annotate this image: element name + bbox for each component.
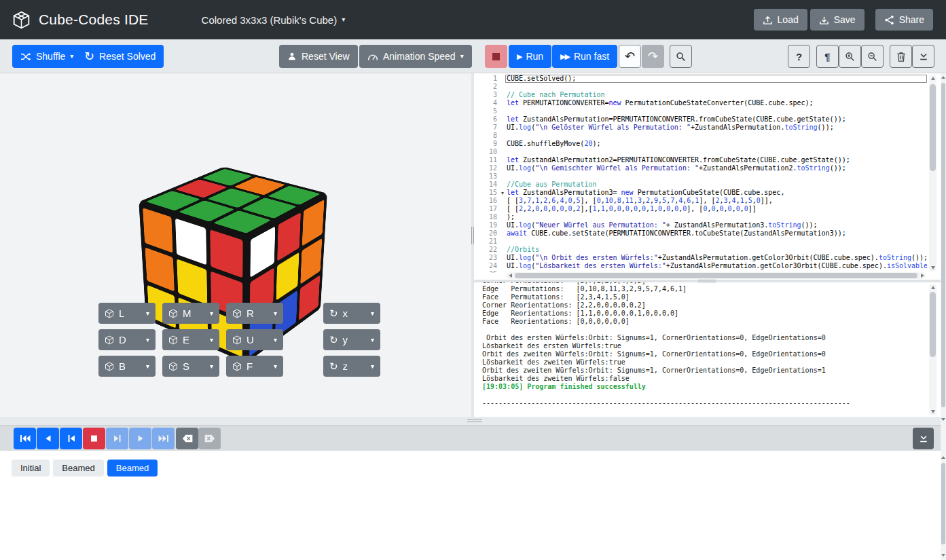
- step-forward-icon: [112, 434, 123, 443]
- trash-button[interactable]: [890, 45, 912, 68]
- cube-type-dropdown[interactable]: Colored 3x3x3 (Rubik's Cube) ▾: [202, 14, 346, 26]
- redo-button[interactable]: ↷: [642, 45, 664, 68]
- scroll-right-icon[interactable]: [919, 272, 926, 279]
- console-line: [482, 391, 941, 399]
- line-number: 3: [474, 91, 505, 99]
- animation-speed-button[interactable]: Animation Speed ▾: [359, 45, 472, 68]
- code-line-1[interactable]: 1CUBE.setSolved();: [474, 75, 927, 83]
- run-fast-button[interactable]: ▶▶ Run fast: [552, 45, 617, 68]
- scrollbar-thumb[interactable]: [515, 273, 917, 278]
- move-r-button[interactable]: R▾: [226, 303, 283, 324]
- format-code-button[interactable]: ¶: [816, 45, 839, 68]
- playback-delete-backward-button[interactable]: [176, 428, 198, 449]
- playback-skip-to-start-button[interactable]: [14, 428, 36, 449]
- download-icon: [819, 15, 829, 25]
- code-line-3[interactable]: 3// Cube nach Permutation: [474, 91, 927, 99]
- playback-play-backward-button[interactable]: [37, 428, 59, 449]
- scrollbar-thumb[interactable]: [941, 463, 945, 544]
- cube-sticker-orange: [145, 247, 175, 291]
- caret-down-icon: ▾: [210, 337, 213, 343]
- line-number: 1: [474, 75, 505, 83]
- load-button[interactable]: Load: [754, 9, 807, 31]
- code-line-14[interactable]: 14//Cube aus Permutation: [474, 181, 927, 189]
- code-line-11[interactable]: 11let ZustandAlsPermutation2=PERMUTATION…: [474, 156, 927, 164]
- shuffle-button[interactable]: Shuffle ▾: [12, 45, 81, 68]
- code-line-6[interactable]: 6let ZustandAlsPermutation=PERMUTATIONCO…: [474, 115, 927, 124]
- console-playback-splitter[interactable]: [0, 417, 941, 425]
- editor-vertical-scrollbar[interactable]: [929, 75, 936, 272]
- tab-beamed-1[interactable]: Beamed: [53, 460, 103, 477]
- scrollbar-thumb[interactable]: [941, 83, 945, 407]
- code-line-22[interactable]: 22//Orbits: [474, 246, 927, 254]
- scroll-down-icon[interactable]: [941, 417, 945, 422]
- stop-run-button[interactable]: [485, 45, 507, 68]
- code-line-18[interactable]: 18);: [474, 213, 927, 221]
- code-line-7[interactable]: 7UI.log("\n Gelöster Würfel als Permutat…: [474, 124, 927, 132]
- code-line-8[interactable]: 8: [474, 132, 927, 140]
- zoom-in-button[interactable]: [839, 45, 861, 68]
- move-b-button[interactable]: B▾: [98, 356, 156, 377]
- move-label: B: [119, 360, 141, 372]
- run-button[interactable]: ▶ Run: [509, 45, 551, 68]
- line-number: 12: [474, 164, 505, 172]
- undo-button[interactable]: ↶: [619, 45, 641, 68]
- share-button[interactable]: Share: [875, 9, 933, 31]
- rotate-x-button[interactable]: ↻x▾: [323, 303, 380, 324]
- tab-initial-0[interactable]: Initial: [12, 460, 50, 477]
- page-scrollbar[interactable]: [941, 73, 946, 560]
- code-line-15[interactable]: 15let ZustandAlsPermutation3= new Permut…: [474, 189, 927, 197]
- reset-solved-button[interactable]: ↻ Reset Solved: [76, 45, 164, 68]
- caret-down-icon: ▾: [210, 363, 213, 370]
- code-line-2[interactable]: 2: [474, 83, 927, 91]
- scroll-up-icon[interactable]: [941, 455, 945, 460]
- code-editor[interactable]: 1CUBE.setSolved();2 3// Cube nach Permut…: [474, 73, 941, 280]
- scrollbar-thumb[interactable]: [930, 84, 936, 171]
- console-vertical-scrollbar[interactable]: [929, 284, 936, 415]
- playback-stop-button[interactable]: [83, 428, 105, 449]
- collapse-panel-button[interactable]: [912, 45, 934, 68]
- code-line-10[interactable]: 10: [474, 148, 927, 156]
- move-e-button[interactable]: E▾: [162, 329, 219, 350]
- zoom-out-button[interactable]: [861, 45, 884, 68]
- scrollbar-thumb[interactable]: [930, 292, 936, 357]
- code-line-17[interactable]: 17[ [2,2,0,0,0,0,0,2],[1,1,0,0,0,0,0,1,0…: [474, 205, 927, 213]
- console-output[interactable]: Corner Permutations: [3,7,1,2,6,4,0,5]Ed…: [474, 282, 941, 417]
- playback-play-forward-button: [129, 428, 151, 449]
- code-line-5[interactable]: 5: [474, 107, 927, 115]
- tab-beamed-2[interactable]: Beamed: [107, 460, 158, 477]
- code-line-24[interactable]: 24UI.log("Lösbarkeit des ersten Würfels:…: [474, 262, 927, 270]
- code-line-21[interactable]: 21: [474, 238, 927, 246]
- move-f-button[interactable]: F▾: [226, 356, 283, 377]
- rotate-y-button[interactable]: ↻y▾: [323, 329, 380, 350]
- run-label: Run: [526, 51, 543, 62]
- move-s-button[interactable]: S▾: [162, 356, 219, 377]
- reset-view-button[interactable]: Reset View: [279, 45, 358, 68]
- move-u-button[interactable]: U▾: [226, 329, 283, 350]
- scroll-down-icon[interactable]: [929, 264, 936, 272]
- delete-backward-icon: [182, 434, 193, 443]
- playback-step-backward-button[interactable]: [60, 428, 82, 449]
- scroll-up-icon[interactable]: [941, 75, 945, 80]
- code-line-20[interactable]: 20await CUBE.cube.setState(PERMUTATIONCO…: [474, 229, 927, 238]
- collapse-playback-button[interactable]: [913, 428, 934, 449]
- code-line-23[interactable]: 23UI.log("\n Orbit des ersten Würfels:"+…: [474, 254, 927, 262]
- code-line-19[interactable]: 19UI.log("Neuer Würfel aus Permutation: …: [474, 221, 927, 229]
- code-line-13[interactable]: 13: [474, 172, 927, 181]
- code-line-4[interactable]: 4let PERMUTATIONCONVERTER=new Permutatio…: [474, 99, 927, 107]
- move-d-button[interactable]: D▾: [98, 329, 156, 350]
- scroll-down-icon[interactable]: [929, 408, 936, 415]
- scroll-up-icon[interactable]: [929, 75, 936, 82]
- scroll-down-icon[interactable]: [941, 553, 945, 558]
- code-line-12[interactable]: 12UI.log("\n Gemischter Würfel als Permu…: [474, 164, 927, 172]
- save-button[interactable]: Save: [810, 9, 865, 31]
- help-button[interactable]: ?: [788, 45, 810, 68]
- code-line-16[interactable]: 16[ [3,7,1,2,6,4,0,5], [0,10,8,11,3,2,9,…: [474, 197, 927, 205]
- move-m-button[interactable]: M▾: [162, 303, 219, 324]
- move-l-button[interactable]: L▾: [98, 303, 156, 324]
- editor-horizontal-scrollbar[interactable]: [507, 272, 926, 279]
- search-button[interactable]: [670, 45, 692, 68]
- rotate-z-button[interactable]: ↻z▾: [323, 356, 380, 377]
- scroll-left-icon[interactable]: [507, 272, 513, 279]
- code-line-9[interactable]: 9CUBE.shuffleByMove(20);: [474, 140, 927, 148]
- scroll-up-icon[interactable]: [929, 284, 936, 291]
